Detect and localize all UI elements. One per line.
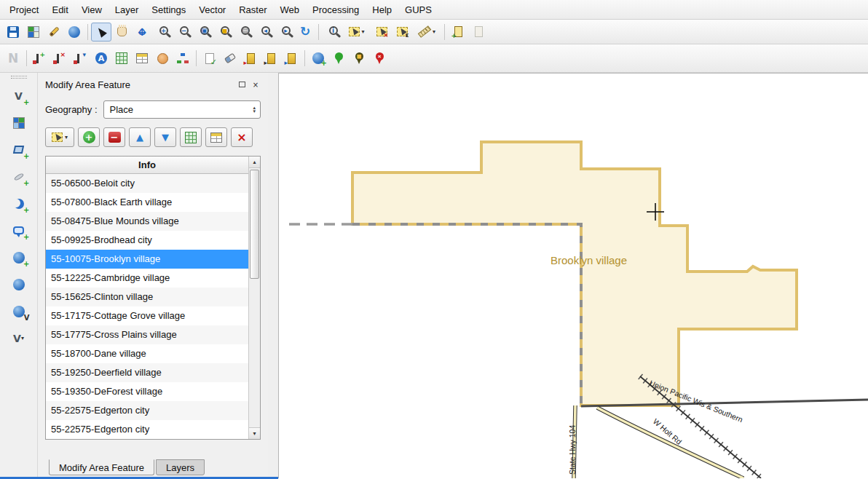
vertex-delete-button[interactable]: × [50, 49, 71, 68]
vertex-add-button[interactable]: + [30, 49, 50, 68]
add-annotation-button[interactable]: + [7, 220, 31, 241]
list-item[interactable]: 55-19350-DeForest village [46, 382, 248, 401]
map-canvas[interactable]: Brooklyn village Union Pacific Wis & Sou… [278, 73, 868, 478]
menu-settings[interactable]: Settings [145, 1, 192, 18]
dock-float-button[interactable] [237, 79, 247, 90]
zoom-to-selection-button[interactable]: ◼ [213, 23, 234, 41]
menu-view[interactable]: View [75, 1, 108, 18]
pan-tool-button[interactable] [111, 23, 132, 41]
open-form-button[interactable] [111, 49, 132, 68]
add-feature-button[interactable]: + [78, 127, 100, 147]
update-face-button[interactable] [152, 49, 173, 68]
select-by-expression-button[interactable]: ε [392, 23, 412, 41]
map-overview-button[interactable] [23, 23, 44, 41]
validate-button[interactable]: ✓ [200, 49, 220, 68]
menu-help[interactable]: Help [366, 1, 398, 18]
export-shared-button[interactable]: ▸ [261, 49, 281, 68]
list-item[interactable]: 55-17175-Cottage Grove village [46, 306, 248, 325]
digitize-button[interactable] [44, 23, 64, 41]
add-geography-button[interactable]: + [308, 49, 328, 68]
tab-modify-area-feature[interactable]: Modify Area Feature [49, 459, 154, 475]
menu-web[interactable]: Web [274, 1, 307, 18]
list-item[interactable]: 55-17775-Cross Plains village [46, 325, 248, 344]
label-tool-button[interactable]: N [3, 49, 23, 68]
list-item[interactable]: 55-09925-Brodhead city [46, 231, 248, 250]
menu-gups[interactable]: GUPS [398, 1, 438, 18]
menu-edit[interactable]: Edit [45, 1, 74, 18]
add-area-button[interactable]: + [7, 247, 31, 268]
scroll-thumb[interactable] [250, 170, 259, 279]
list-item[interactable]: 55-07800-Black Earth village [46, 193, 248, 212]
zoom-last-button[interactable]: ◂ [254, 23, 275, 41]
zoom-to-feature-button[interactable] [180, 127, 202, 147]
zoom-next-button[interactable]: ▸ [275, 23, 295, 41]
deselect-button[interactable]: × [371, 23, 392, 41]
add-linear-button[interactable]: + [7, 166, 31, 187]
move-down-button[interactable]: ▼ [154, 127, 176, 147]
pan-to-selection-button[interactable]: ↔↕ [132, 23, 152, 41]
list-item[interactable]: 55-06500-Beloit city [46, 174, 248, 193]
list-header[interactable]: Info [46, 157, 248, 174]
menu-processing[interactable]: Processing [306, 1, 366, 18]
label-feature-button[interactable]: A [91, 49, 111, 68]
list-item[interactable]: 55-19250-Deerfield village [46, 363, 248, 382]
globe-icon [13, 279, 25, 290]
zoom-to-layer-button[interactable]: ▤ [234, 23, 254, 41]
move-up-button[interactable]: ▲ [129, 127, 151, 147]
raster-tool-button[interactable] [7, 112, 31, 133]
attribute-table-button[interactable] [132, 49, 152, 68]
marker-delete-button[interactable]: × [369, 49, 390, 68]
clean-topology-button[interactable] [220, 49, 240, 68]
brooklyn-village-polygon[interactable] [352, 142, 797, 405]
list-item-selected[interactable]: 55-10075-Brooklyn village [46, 250, 248, 269]
cancel-button[interactable]: × [231, 127, 253, 147]
copy-feature-button[interactable]: + [448, 23, 468, 41]
list-item[interactable]: 55-22575-Edgerton city [46, 420, 248, 439]
pointer-tool-button[interactable] [91, 23, 111, 41]
add-curve-button[interactable]: + [7, 193, 31, 214]
menu-layer[interactable]: Layer [108, 1, 146, 18]
list-item[interactable]: 55-18700-Dane village [46, 344, 248, 363]
zoom-full-button[interactable]: ▣ [193, 23, 213, 41]
measure-button[interactable]: ▾ [412, 23, 441, 41]
geography-select[interactable]: Place ▴▾ [103, 100, 261, 119]
refresh-button[interactable]: ↻ [295, 23, 315, 41]
list-item[interactable]: 55-22575-Edgerton city [46, 401, 248, 420]
paste-feature-button[interactable] [468, 23, 489, 41]
touch-zoom-button[interactable] [64, 23, 84, 41]
org-chart-icon [177, 53, 189, 63]
list-scrollbar[interactable]: ▴ ▾ [248, 157, 260, 439]
open-attributes-button[interactable] [205, 127, 227, 147]
table-icon [136, 53, 148, 63]
menu-project[interactable]: Project [3, 1, 45, 18]
marker-add-button[interactable] [328, 49, 349, 68]
identify-button[interactable]: i [322, 23, 342, 41]
save-button[interactable] [3, 23, 23, 41]
select-features-button[interactable]: ▾ [342, 23, 371, 41]
panel-splitter[interactable] [268, 73, 278, 478]
tab-layers[interactable]: Layers [156, 459, 205, 475]
select-feature-button[interactable]: ▾ [45, 127, 74, 147]
add-polygon-button[interactable]: + [7, 139, 31, 160]
export-data-button[interactable]: ▸ [281, 49, 301, 68]
digitize-line-button[interactable]: V+ [7, 85, 31, 106]
list-item[interactable]: 55-12225-Cambridge village [46, 269, 248, 288]
world-view-button[interactable] [7, 274, 31, 295]
import-shared-button[interactable]: ▸ [240, 49, 261, 68]
digitize-menu-button[interactable]: V▾ [7, 328, 31, 349]
zoom-in-button[interactable]: + [152, 23, 173, 41]
vertex-select-button[interactable]: ▾ [71, 49, 91, 68]
list-item[interactable]: 55-15625-Clinton village [46, 288, 248, 306]
dock-close-button[interactable]: × [250, 79, 261, 90]
hierarchy-button[interactable] [173, 49, 193, 68]
scroll-down-button[interactable]: ▾ [249, 427, 260, 439]
list-item[interactable]: 55-08475-Blue Mounds village [46, 212, 248, 231]
remove-feature-button[interactable]: − [103, 127, 125, 147]
menu-raster[interactable]: Raster [232, 1, 273, 18]
marker-edit-button[interactable]: ◼ [349, 49, 369, 68]
toolbar-grip[interactable] [11, 76, 27, 79]
zoom-out-button[interactable]: − [173, 23, 193, 41]
scroll-up-button[interactable]: ▴ [249, 157, 260, 168]
vector-globe-button[interactable]: V [7, 301, 31, 322]
menu-vector[interactable]: Vector [192, 1, 232, 18]
